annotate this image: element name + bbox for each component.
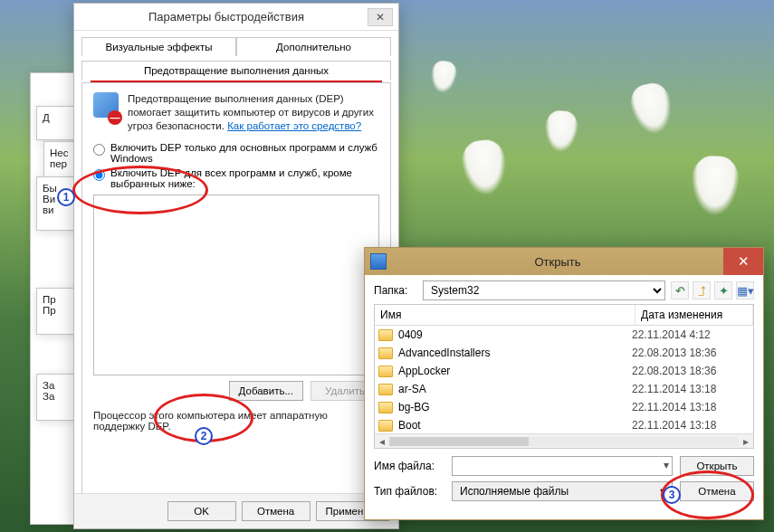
folder-icon — [378, 329, 393, 341]
folder-select[interactable]: System32 — [423, 280, 665, 300]
new-folder-icon[interactable]: ✦ — [714, 281, 732, 299]
folder-icon — [378, 366, 393, 377]
dep-description: Предотвращение выполнения данных (DEP) п… — [128, 92, 379, 133]
tab-advanced[interactable]: Дополнительно — [236, 37, 391, 56]
file-list-header[interactable]: Имя Дата изменения — [375, 305, 753, 326]
column-name[interactable]: Имя — [375, 305, 635, 325]
behind-text: пер — [50, 158, 70, 169]
chevron-down-icon[interactable]: ▾ — [664, 459, 669, 471]
column-date[interactable]: Дата изменения — [635, 305, 753, 325]
file-row[interactable]: bg-BG22.11.2014 13:18 — [375, 398, 753, 416]
file-date: 22.11.2014 13:18 — [632, 383, 750, 395]
file-row[interactable]: 040922.11.2014 4:12 — [375, 326, 753, 344]
file-row[interactable]: AdvancedInstallers22.08.2013 18:36 — [375, 344, 753, 362]
radio-dep-essential[interactable]: Включить DEP только для основных програм… — [93, 142, 379, 164]
performance-options-window: Параметры быстродействия ✕ Визуальные эф… — [73, 3, 399, 529]
cancel-button[interactable]: Отмена — [242, 501, 311, 521]
dep-exclusion-list[interactable] — [93, 195, 379, 375]
folder-label: Папка: — [374, 284, 417, 297]
file-row[interactable]: ar-SA22.11.2014 13:18 — [375, 380, 753, 398]
folder-icon — [378, 384, 393, 395]
file-date: 22.08.2013 18:36 — [632, 365, 750, 377]
app-icon — [370, 253, 387, 270]
file-name: ar-SA — [398, 383, 632, 395]
open-button[interactable]: Открыть — [680, 456, 754, 476]
open-window-title: Открыть — [392, 255, 723, 269]
radio-dep-essential-label: Включить DEP только для основных програм… — [110, 142, 379, 164]
filetype-label: Тип файлов: — [374, 485, 444, 498]
file-name: 0409 — [398, 328, 632, 341]
behind-text: Пр — [43, 294, 70, 305]
horizontal-scrollbar[interactable]: ◂ ▸ — [375, 433, 753, 448]
behind-text: Пр — [43, 305, 70, 316]
open-file-dialog: Открыть ✕ Папка: System32 ↶ ⮥ ✦ ▦▾ Имя Д… — [364, 247, 764, 520]
window-title: Параметры быстродействия — [85, 10, 368, 24]
file-date: 22.08.2013 18:36 — [632, 347, 750, 359]
radio-dep-all[interactable]: Включить DEP для всех программ и служб, … — [93, 167, 379, 189]
open-cancel-button[interactable]: Отмена — [680, 481, 754, 501]
back-icon[interactable]: ↶ — [671, 281, 689, 299]
filename-input[interactable] — [452, 456, 673, 476]
behind-text: За — [43, 380, 70, 391]
file-name: AdvancedInstallers — [398, 347, 632, 359]
behind-text: Бы — [43, 183, 70, 194]
folder-icon — [378, 402, 393, 413]
dep-shield-icon: — — [93, 92, 119, 121]
file-date: 22.11.2014 13:18 — [632, 419, 750, 432]
behind-text: Д — [43, 112, 70, 123]
view-menu-icon[interactable]: ▦▾ — [736, 281, 754, 299]
up-icon[interactable]: ⮥ — [693, 281, 711, 299]
open-titlebar[interactable]: Открыть ✕ — [365, 248, 763, 275]
radio-dep-all-label: Включить DEP для всех программ и служб, … — [110, 167, 379, 189]
filename-label: Имя файла: — [374, 460, 444, 472]
titlebar[interactable]: Параметры быстродействия ✕ — [74, 4, 398, 31]
close-icon[interactable]: ✕ — [723, 248, 763, 275]
file-list[interactable]: Имя Дата изменения 040922.11.2014 4:12Ad… — [374, 304, 754, 449]
behind-text: ви — [43, 204, 70, 215]
dep-tab-panel: — Предотвращение выполнения данных (DEP)… — [81, 82, 391, 508]
dialog-button-bar: OK Отмена Применить — [74, 493, 398, 528]
tab-dep[interactable]: Предотвращение выполнения данных — [81, 61, 391, 81]
file-name: bg-BG — [398, 401, 632, 413]
tab-visual-effects[interactable]: Визуальные эффекты — [81, 37, 236, 56]
radio-dep-essential-input[interactable] — [93, 144, 105, 156]
close-icon[interactable]: ✕ — [368, 8, 393, 26]
dep-hw-support-note: Процессор этого компьютера имеет аппарат… — [93, 410, 379, 432]
file-row[interactable]: Boot22.11.2014 13:18 — [375, 416, 753, 433]
add-button[interactable]: Добавить... — [229, 381, 303, 401]
file-name: AppLocker — [398, 365, 632, 377]
file-date: 22.11.2014 13:18 — [632, 401, 750, 413]
behind-text: За — [43, 391, 70, 402]
behind-text: Ви — [43, 194, 70, 204]
folder-icon — [378, 420, 393, 432]
folder-icon — [378, 347, 393, 359]
scroll-thumb[interactable] — [389, 437, 529, 446]
scroll-left-icon[interactable]: ◂ — [375, 435, 389, 448]
file-date: 22.11.2014 4:12 — [632, 328, 750, 341]
behind-text: Нес — [50, 147, 70, 158]
ok-button[interactable]: OK — [167, 501, 236, 521]
file-row[interactable]: AppLocker22.08.2013 18:36 — [375, 362, 753, 380]
file-name: Boot — [398, 419, 632, 432]
dep-help-link[interactable]: Как работает это средство? — [227, 120, 361, 131]
scroll-right-icon[interactable]: ▸ — [739, 435, 753, 448]
radio-dep-all-input[interactable] — [93, 169, 105, 181]
filetype-select[interactable]: Исполняемые файлы — [452, 481, 673, 501]
